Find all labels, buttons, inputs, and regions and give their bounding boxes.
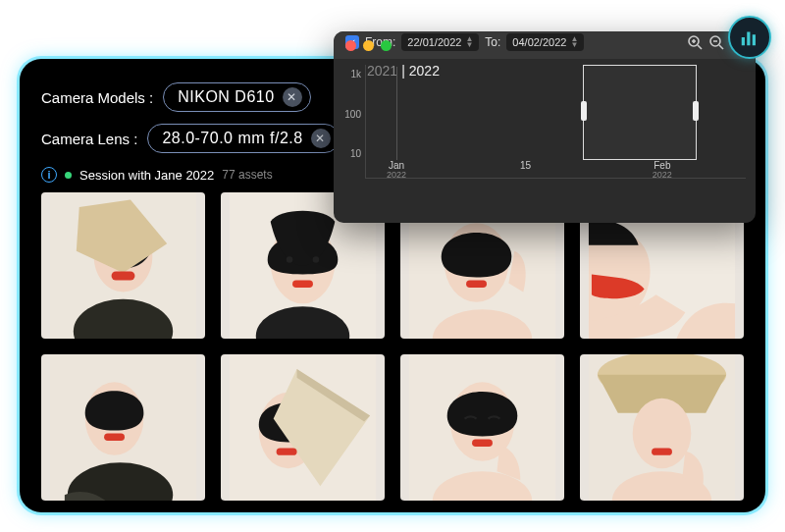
analytics-window: ✓ From: 22/01/2022 ▲▼ To: 04/02/2022 ▲▼ … <box>334 31 756 223</box>
filter-camera-model-label: Camera Models : <box>41 89 153 106</box>
session-title: Session with Jane 2022 <box>79 168 214 183</box>
y-tick: 10 <box>340 148 361 159</box>
svg-point-27 <box>633 399 692 469</box>
bar-chart-icon <box>739 27 760 48</box>
stepper-icon[interactable]: ▲▼ <box>465 36 473 48</box>
thumbnail[interactable] <box>41 354 205 501</box>
filter-chip-camera-lens[interactable]: 28.0-70.0 mm f/2.8 ✕ <box>147 124 339 153</box>
window-close-icon[interactable] <box>345 40 356 51</box>
chip-remove-icon[interactable]: ✕ <box>311 129 331 148</box>
thumbnail[interactable] <box>221 354 385 501</box>
filter-chip-camera-model[interactable]: NIKON D610 ✕ <box>163 82 310 112</box>
svg-point-7 <box>287 256 293 263</box>
thumbnail-grid <box>41 192 744 501</box>
svg-rect-33 <box>742 37 745 45</box>
thumbnail[interactable] <box>400 354 564 501</box>
svg-rect-29 <box>652 449 672 455</box>
svg-rect-17 <box>104 434 125 441</box>
chip-remove-icon[interactable]: ✕ <box>283 87 302 107</box>
analytics-fab[interactable] <box>728 16 771 59</box>
svg-rect-20 <box>277 449 297 455</box>
zoom-out-icon[interactable] <box>708 34 724 50</box>
chart-y-axis: 1k 100 10 <box>340 65 365 179</box>
stepper-icon[interactable]: ▲▼ <box>570 36 578 48</box>
analytics-toolbar: ✓ From: 22/01/2022 ▲▼ To: 04/02/2022 ▲▼ <box>334 31 756 59</box>
to-date-field[interactable]: 04/02/2022 ▲▼ <box>506 33 584 51</box>
svg-rect-6 <box>292 280 313 287</box>
selection-handle-right[interactable] <box>693 101 699 121</box>
selection-handle-left[interactable] <box>581 101 587 121</box>
x-tick: Jan2022 <box>387 160 406 181</box>
window-minimize-icon[interactable] <box>363 40 374 51</box>
svg-rect-12 <box>466 280 487 287</box>
svg-point-8 <box>313 256 320 263</box>
y-tick: 100 <box>340 109 361 120</box>
thumbnail[interactable] <box>41 192 205 339</box>
svg-rect-35 <box>753 34 756 45</box>
svg-rect-24 <box>472 440 493 447</box>
chip-value: 28.0-70.0 mm f/2.8 <box>162 130 302 147</box>
window-zoom-icon[interactable] <box>381 40 392 51</box>
svg-rect-2 <box>112 272 135 281</box>
from-date-field[interactable]: 22/01/2022 ▲▼ <box>401 33 479 51</box>
y-tick: 1k <box>340 69 361 80</box>
chart-plot[interactable]: Jan2022 15 Feb2022 <box>365 65 746 179</box>
chip-value: NIKON D610 <box>178 88 274 106</box>
svg-rect-34 <box>747 32 750 46</box>
x-tick: Feb2022 <box>653 160 672 181</box>
filter-camera-lens-label: Camera Lens : <box>41 131 137 147</box>
info-icon[interactable]: i <box>41 167 57 183</box>
to-label: To: <box>485 35 500 49</box>
status-dot-icon <box>65 172 72 179</box>
from-date-value: 22/01/2022 <box>407 36 461 48</box>
chart-x-axis: Jan2022 15 Feb2022 <box>366 160 746 178</box>
chart-area: 2021 | 2022 1k 100 10 Jan2022 15 Feb2022 <box>334 59 756 186</box>
to-date-value: 04/02/2022 <box>512 36 566 48</box>
x-tick: 15 <box>520 160 531 171</box>
session-asset-count: 77 assets <box>222 168 272 182</box>
zoom-in-icon[interactable] <box>687 34 703 50</box>
chart-selection[interactable] <box>583 65 697 160</box>
thumbnail[interactable] <box>580 354 744 501</box>
